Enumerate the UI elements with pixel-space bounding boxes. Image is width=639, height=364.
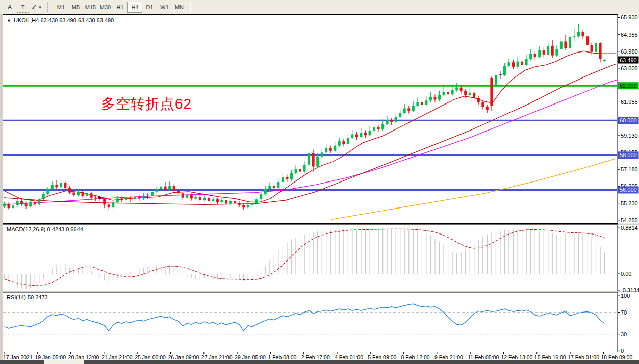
svg-text:60.000: 60.000 bbox=[620, 117, 637, 123]
svg-text:54.255: 54.255 bbox=[621, 217, 638, 223]
svg-text:63.980: 63.980 bbox=[621, 48, 638, 55]
svg-text:0.00: 0.00 bbox=[621, 271, 631, 277]
terminal-window: A T ▾ M1 M5 M15 M30 H1 H4 D1 W1 MN ▼UKOi… bbox=[0, 0, 639, 364]
svg-text:26 Jan 09:00: 26 Jan 09:00 bbox=[168, 354, 199, 360]
svg-text:29 Jan 05:00: 29 Jan 05:00 bbox=[235, 354, 266, 360]
chart-title: UKOil-,H4 63.430 63.490 63.430 63.490 bbox=[14, 17, 114, 23]
arrow-text-tool-button[interactable]: A bbox=[4, 2, 16, 13]
svg-text:17 Feb 01:00: 17 Feb 01:00 bbox=[568, 354, 599, 360]
timeframe-h4-active[interactable]: H4 bbox=[127, 2, 142, 13]
chevron-down-icon: ▾ bbox=[39, 5, 41, 10]
svg-text:63.490: 63.490 bbox=[620, 57, 637, 63]
scrollbar-track[interactable] bbox=[0, 360, 639, 364]
toolbar: A T ▾ M1 M5 M15 M30 H1 H4 D1 W1 MN bbox=[0, 0, 639, 14]
svg-text:20 Jan 13:00: 20 Jan 13:00 bbox=[68, 354, 99, 360]
svg-text:9 Feb 21:00: 9 Feb 21:00 bbox=[434, 354, 463, 360]
macd-indicator-title: MACD(12,26,9) 0.4243 0.6644 bbox=[7, 226, 83, 232]
timeframe-h1[interactable]: H1 bbox=[113, 2, 127, 13]
svg-text:0.8814: 0.8814 bbox=[621, 225, 638, 231]
svg-text:12 Feb 13:00: 12 Feb 13:00 bbox=[501, 354, 533, 360]
svg-text:55.230: 55.230 bbox=[621, 200, 638, 206]
svg-text:61.055: 61.055 bbox=[621, 99, 638, 105]
price-panel[interactable] bbox=[3, 15, 618, 224]
cursor-tools-dropdown[interactable]: ▾ bbox=[30, 2, 42, 13]
svg-text:30: 30 bbox=[621, 331, 627, 337]
svg-text:25 Jan 00:00: 25 Jan 00:00 bbox=[135, 354, 166, 360]
svg-text:63.005: 63.005 bbox=[621, 65, 638, 71]
macd-panel[interactable] bbox=[3, 225, 618, 291]
svg-text:62.000: 62.000 bbox=[620, 83, 637, 89]
svg-text:70: 70 bbox=[621, 309, 627, 316]
svg-text:21 Jan 21:00: 21 Jan 21:00 bbox=[101, 354, 133, 360]
rsi-indicator-title: RSI(14) 50.2473 bbox=[7, 294, 48, 300]
svg-text:100: 100 bbox=[621, 293, 630, 299]
toolbar-grip[interactable] bbox=[47, 3, 50, 12]
svg-text:11 Feb 05:00: 11 Feb 05:00 bbox=[468, 354, 499, 360]
svg-text:19 Jan 05:00: 19 Jan 05:00 bbox=[35, 354, 66, 360]
scrollbar-thumb[interactable] bbox=[44, 360, 84, 364]
svg-text:17 Jan 2021: 17 Jan 2021 bbox=[3, 354, 33, 360]
timeframe-m1[interactable]: M1 bbox=[54, 2, 68, 13]
timeframe-m15[interactable]: M15 bbox=[83, 2, 98, 13]
svg-text:8 Feb 12:00: 8 Feb 12:00 bbox=[401, 354, 430, 360]
svg-text:58.000: 58.000 bbox=[620, 152, 637, 158]
svg-text:56.000: 56.000 bbox=[620, 187, 637, 193]
svg-text:2 Feb 17:00: 2 Feb 17:00 bbox=[301, 354, 330, 360]
timeframe-m30[interactable]: M30 bbox=[98, 2, 113, 13]
svg-text:5 Feb 09:00: 5 Feb 09:00 bbox=[368, 354, 396, 360]
chart-annotation[interactable]: 多空转折点62 bbox=[101, 94, 192, 114]
svg-text:1 Feb 08:00: 1 Feb 08:00 bbox=[268, 354, 296, 360]
toolbar-separator bbox=[190, 2, 190, 13]
svg-text:59.130: 59.130 bbox=[621, 133, 638, 139]
svg-text:15 Feb 16:00: 15 Feb 16:00 bbox=[534, 354, 566, 360]
svg-text:64.955: 64.955 bbox=[621, 32, 638, 38]
svg-text:57.180: 57.180 bbox=[621, 166, 638, 172]
collapse-icon[interactable]: ▼ bbox=[7, 18, 11, 23]
horizontal-scrollbar[interactable] bbox=[0, 360, 639, 364]
timeframe-m5[interactable]: M5 bbox=[68, 2, 83, 13]
svg-text:18 Feb 09:00: 18 Feb 09:00 bbox=[601, 354, 632, 360]
chart-title-bar: ▼UKOil-,H4 63.430 63.490 63.430 63.490 bbox=[7, 17, 114, 23]
text-label-tool-button[interactable]: T bbox=[17, 2, 29, 13]
timeframe-d1[interactable]: D1 bbox=[142, 2, 157, 13]
svg-text:4 Feb 01:00: 4 Feb 01:00 bbox=[335, 354, 363, 360]
timeframe-w1[interactable]: W1 bbox=[157, 2, 172, 13]
svg-text:27 Jan 21:00: 27 Jan 21:00 bbox=[201, 354, 233, 360]
cursor-arrows-icon bbox=[31, 3, 38, 11]
timeframe-mn[interactable]: MN bbox=[172, 2, 187, 13]
svg-text:65.930: 65.930 bbox=[621, 14, 638, 20]
chart-surface[interactable]: 65.93064.95563.98063.00561.05559.13058.1… bbox=[0, 14, 639, 364]
svg-text:0: 0 bbox=[621, 348, 624, 354]
